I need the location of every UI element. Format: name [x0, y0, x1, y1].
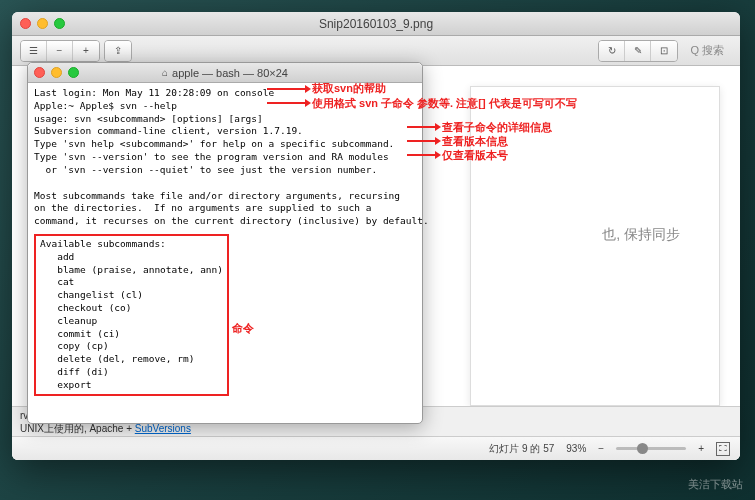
- annotation-usage: 使用格式 svn 子命令 参数等. 注意[] 代表是可写可不写: [312, 96, 577, 111]
- zoom-in-btn[interactable]: +: [698, 443, 704, 454]
- term-minimize-icon[interactable]: [51, 67, 62, 78]
- sidebar-toggle-icon[interactable]: ☰: [21, 41, 47, 61]
- terminal-body[interactable]: Last login: Mon May 11 20:28:09 on conso…: [28, 83, 422, 400]
- svg-marker-3: [305, 99, 311, 107]
- arrow-icon: [407, 136, 441, 146]
- svg-marker-9: [435, 151, 441, 159]
- terminal-title: apple — bash — 80×24: [172, 67, 288, 79]
- term-close-icon[interactable]: [34, 67, 45, 78]
- preview-window: Snip20160103_9.png ☰ − + ⇪ ↻ ✎ ⊡ Q 搜索 也,…: [12, 12, 740, 460]
- status-bar: 幻灯片 9 的 57 93% − + ⛶: [12, 436, 740, 460]
- subcommands-box: Available subcommands: add blame (praise…: [34, 234, 229, 396]
- zoom-level: 93%: [566, 443, 586, 454]
- arrow-icon: [267, 84, 311, 94]
- crop-icon[interactable]: ⊡: [651, 41, 677, 61]
- arrow-icon: [407, 122, 441, 132]
- home-icon: ⌂: [162, 67, 168, 78]
- zoom-out-btn[interactable]: −: [598, 443, 604, 454]
- minimize-icon[interactable]: [37, 18, 48, 29]
- markup-icon[interactable]: ✎: [625, 41, 651, 61]
- outer-titlebar: Snip20160103_9.png: [12, 12, 740, 36]
- annotation-commands: 命令: [232, 321, 254, 336]
- terminal-titlebar: ⌂apple — bash — 80×24: [28, 63, 422, 83]
- svg-marker-1: [305, 85, 311, 93]
- share-icon[interactable]: ⇪: [105, 41, 131, 61]
- rotate-icon[interactable]: ↻: [599, 41, 625, 61]
- zoom-thumb[interactable]: [637, 443, 648, 454]
- term-maximize-icon[interactable]: [68, 67, 79, 78]
- watermark: 美洁下载站: [688, 477, 743, 492]
- svg-marker-7: [435, 137, 441, 145]
- fullscreen-icon[interactable]: ⛶: [716, 442, 730, 456]
- search-input[interactable]: Q 搜索: [682, 41, 732, 60]
- arrow-icon: [267, 98, 311, 108]
- annotation-version: 查看版本信息: [442, 134, 508, 149]
- svg-marker-5: [435, 123, 441, 131]
- arrow-icon: [407, 150, 441, 160]
- annotation-subhelp: 查看子命令的详细信息: [442, 120, 552, 135]
- terminal-window: ⌂apple — bash — 80×24 Last login: Mon Ma…: [27, 62, 423, 424]
- annotation-help: 获取svn的帮助: [312, 81, 386, 96]
- annotation-quiet: 仅查看版本号: [442, 148, 508, 163]
- subversions-link[interactable]: SubVersions: [135, 423, 191, 434]
- slide-counter: 幻灯片 9 的 57: [489, 442, 554, 456]
- zoom-slider[interactable]: [616, 447, 686, 450]
- window-title: Snip20160103_9.png: [319, 17, 433, 31]
- maximize-icon[interactable]: [54, 18, 65, 29]
- doc-visible-text: 也, 保持同步: [602, 226, 680, 244]
- zoom-out-icon[interactable]: −: [47, 41, 73, 61]
- close-icon[interactable]: [20, 18, 31, 29]
- zoom-in-icon[interactable]: +: [73, 41, 99, 61]
